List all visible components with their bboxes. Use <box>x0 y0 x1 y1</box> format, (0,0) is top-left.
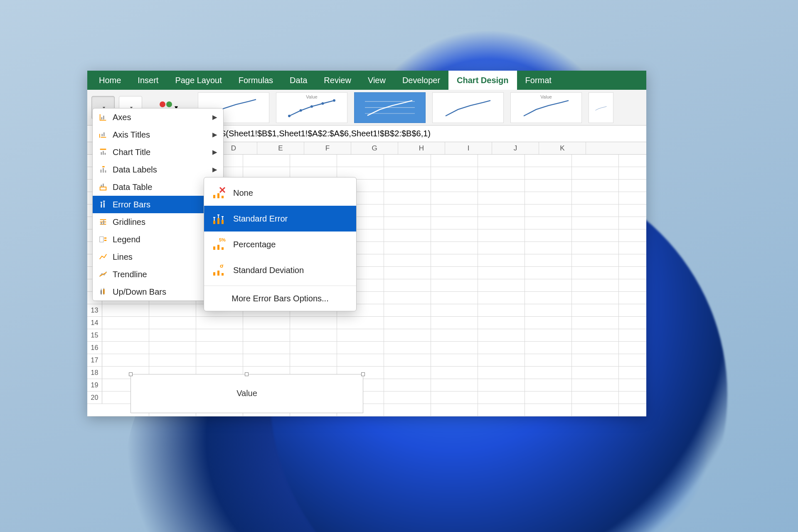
chart-thumb-icon <box>438 99 498 118</box>
svg-rect-24 <box>100 149 106 150</box>
svg-rect-69 <box>213 272 215 276</box>
chart-style-2[interactable]: Value <box>276 92 347 123</box>
trendline-icon <box>99 270 108 279</box>
svg-rect-65 <box>213 246 215 250</box>
svg-text:5%: 5% <box>219 237 226 242</box>
tab-data[interactable]: Data <box>281 71 315 90</box>
svg-rect-70 <box>217 271 219 276</box>
svg-rect-56 <box>213 221 215 224</box>
col-header[interactable]: K <box>539 142 586 154</box>
submenu-label: Standard Deviation <box>233 266 349 275</box>
submenu-item-standard-deviation[interactable]: σ Standard Deviation <box>204 257 356 283</box>
submenu-label: Standard Error <box>233 214 349 224</box>
svg-rect-30 <box>105 170 106 173</box>
updown-bars-icon <box>99 287 108 296</box>
tab-developer[interactable]: Developer <box>394 71 448 90</box>
svg-rect-33 <box>101 185 102 187</box>
col-header[interactable]: J <box>492 142 539 154</box>
menu-label: Axis Titles <box>113 130 207 140</box>
svg-rect-23 <box>103 133 105 136</box>
svg-rect-27 <box>105 153 106 155</box>
menu-label: Error Bars <box>113 200 207 209</box>
svg-rect-43 <box>100 237 103 242</box>
embedded-chart[interactable]: Value <box>131 374 363 413</box>
col-header[interactable]: H <box>398 142 445 154</box>
chart-style-5[interactable]: Value <box>510 92 582 123</box>
menu-item-data-labels[interactable]: Data Labels ▶ <box>93 161 223 178</box>
svg-point-12 <box>310 105 313 108</box>
svg-point-14 <box>333 99 335 101</box>
submenu-item-more-options[interactable]: More Error Bars Options... <box>204 288 356 308</box>
svg-rect-29 <box>103 168 104 172</box>
percentage-icon: 5% <box>211 236 227 252</box>
row-header[interactable]: 17 <box>87 354 102 367</box>
tab-format[interactable]: Format <box>517 71 560 90</box>
svg-rect-57 <box>217 218 219 224</box>
svg-rect-31 <box>102 166 105 167</box>
svg-rect-35 <box>101 204 102 207</box>
menu-label: Axes <box>113 113 207 122</box>
data-labels-icon <box>99 165 108 174</box>
chart-title-icon <box>99 148 108 157</box>
svg-rect-18 <box>101 117 102 120</box>
svg-text:σ: σ <box>220 263 224 269</box>
tab-insert[interactable]: Insert <box>129 71 167 90</box>
row-header[interactable]: 14 <box>87 317 102 329</box>
submenu-item-standard-error[interactable]: Standard Error <box>204 206 356 232</box>
svg-rect-22 <box>101 134 103 136</box>
tab-page-layout[interactable]: Page Layout <box>167 71 230 90</box>
standard-error-icon <box>211 211 227 227</box>
submenu-arrow-icon: ▶ <box>212 166 217 173</box>
menu-label: Trendline <box>113 270 207 279</box>
menu-label: Gridlines <box>113 217 207 227</box>
submenu-label: Percentage <box>233 240 349 249</box>
col-header[interactable]: E <box>257 142 304 154</box>
data-table-icon <box>99 182 108 192</box>
submenu-label: None <box>233 188 349 198</box>
row-header[interactable]: 13 <box>87 304 102 317</box>
row-header[interactable]: 16 <box>87 342 102 354</box>
row-header[interactable]: 20 <box>87 392 102 404</box>
row-header[interactable]: 15 <box>87 329 102 342</box>
svg-rect-53 <box>222 196 224 198</box>
svg-rect-66 <box>217 245 219 250</box>
error-bars-icon <box>99 200 108 209</box>
col-header[interactable]: I <box>445 142 492 154</box>
row-header[interactable]: 18 <box>87 367 102 379</box>
menu-item-axes[interactable]: Axes ▶ <box>93 108 223 126</box>
tab-formulas[interactable]: Formulas <box>230 71 281 90</box>
chart-thumb-icon <box>595 99 607 118</box>
svg-rect-58 <box>222 220 224 224</box>
menu-label: Legend <box>113 235 207 244</box>
svg-point-10 <box>288 115 291 117</box>
col-header[interactable]: F <box>304 142 351 154</box>
submenu-item-percentage[interactable]: 5% Percentage <box>204 232 356 257</box>
tab-chart-design[interactable]: Chart Design <box>448 71 517 90</box>
chart-title[interactable]: Value <box>236 389 257 398</box>
chart-style-4[interactable] <box>432 92 504 123</box>
svg-rect-28 <box>101 170 102 172</box>
tab-home[interactable]: Home <box>91 71 129 90</box>
col-header[interactable]: G <box>351 142 398 154</box>
submenu-arrow-icon: ▶ <box>212 113 217 121</box>
svg-point-11 <box>300 109 302 111</box>
svg-rect-44 <box>104 237 107 239</box>
tab-review[interactable]: Review <box>315 71 360 90</box>
error-bars-submenu: None Standard Error 5% <box>204 177 357 311</box>
chart-style-3[interactable] <box>354 92 426 123</box>
svg-rect-26 <box>103 151 104 155</box>
chart-thumb-icon <box>517 99 576 118</box>
svg-rect-21 <box>101 137 106 138</box>
menu-separator <box>204 286 356 286</box>
menu-item-axis-titles[interactable]: Axis Titles ▶ <box>93 126 223 143</box>
menu-item-chart-title[interactable]: Chart Title ▶ <box>93 143 223 161</box>
tab-view[interactable]: View <box>360 71 394 90</box>
chart-thumb-icon <box>360 99 419 118</box>
menu-label: Data Labels <box>113 165 207 175</box>
row-header[interactable]: 19 <box>87 379 102 392</box>
chart-style-6[interactable] <box>589 92 613 123</box>
submenu-item-none[interactable]: None <box>204 180 356 206</box>
gridlines-icon <box>99 217 108 227</box>
svg-rect-67 <box>222 247 224 250</box>
submenu-arrow-icon: ▶ <box>212 148 217 156</box>
